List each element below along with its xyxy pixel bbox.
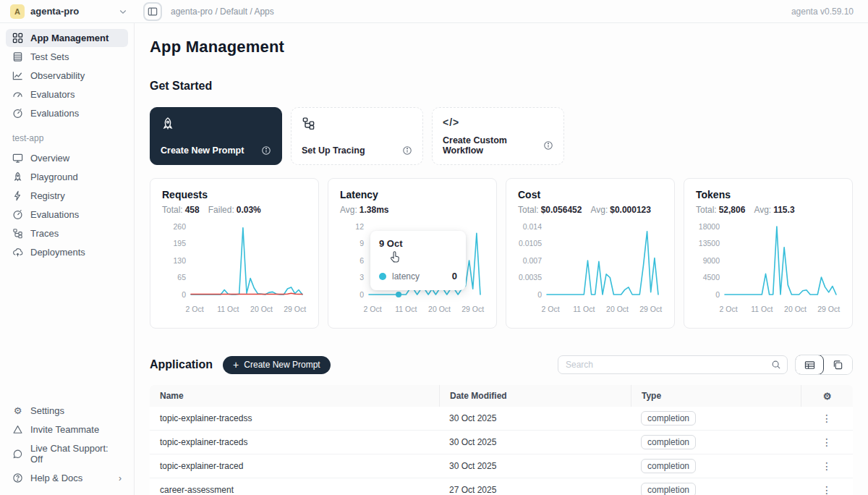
sidebar-item-observability[interactable]: Observability [6, 67, 128, 85]
chart-stats: Avg:1.38ms [340, 205, 485, 215]
info-icon[interactable] [402, 145, 412, 156]
sidebar-item-settings[interactable]: ⚙ Settings [6, 402, 128, 420]
sidebar-item-label: Deployments [30, 247, 85, 258]
svg-text:6: 6 [359, 256, 364, 265]
svg-text:0.0105: 0.0105 [519, 239, 542, 248]
applications-table: Name Date Modified Type ⚙ topic-explaine… [150, 385, 853, 495]
sidebar-toggle-button[interactable] [143, 2, 162, 21]
chart-title: Requests [162, 189, 307, 200]
table-row[interactable]: career-assessment 27 Oct 2025 completion… [150, 478, 853, 495]
sidebar-item-label: Invite Teammate [30, 424, 99, 435]
svg-text:130: 130 [173, 256, 186, 265]
table-view-button[interactable] [795, 355, 824, 375]
row-menu-button[interactable]: ⋮ [816, 458, 838, 474]
info-icon[interactable] [261, 145, 271, 156]
org-name: agenta-pro [30, 6, 79, 17]
svg-text:18000: 18000 [699, 222, 720, 231]
svg-text:20 Oct: 20 Oct [428, 305, 451, 313]
chart-tooltip: 9 Oct latency 0 [370, 231, 466, 290]
application-heading: Application [150, 358, 213, 371]
card-label: Create New Prompt [161, 145, 244, 156]
sidebar-item-label: Evaluations [30, 209, 79, 220]
breadcrumb[interactable]: agenta-pro / Default / Apps [171, 7, 274, 17]
row-menu-button[interactable]: ⋮ [816, 410, 838, 426]
svg-text:0.007: 0.007 [523, 256, 542, 265]
create-custom-workflow-card[interactable]: </> Create Custom Workflow [432, 107, 564, 165]
sidebar-item-app-management[interactable]: App Management [6, 29, 128, 47]
card-view-icon [833, 360, 843, 371]
type-badge: completion [641, 483, 696, 495]
requests-line-chart[interactable]: 2601951306502 Oct11 Oct20 Oct29 Oct [162, 222, 307, 315]
cost-line-chart[interactable]: 0.0140.01050.0070.003502 Oct11 Oct20 Oct… [518, 222, 663, 315]
chart-stats: Total:52,806 Avg:115.3 [696, 205, 841, 215]
org-avatar: A [10, 4, 25, 19]
sidebar-item-invite-teammate[interactable]: Invite Teammate [6, 420, 128, 439]
row-menu-button[interactable]: ⋮ [816, 434, 838, 450]
search-box [558, 355, 788, 374]
svg-text:0: 0 [359, 290, 364, 299]
lightning-icon [12, 190, 23, 201]
tooltip-series-name: latency [392, 271, 420, 282]
chart-title: Latency [340, 189, 485, 200]
chart-title: Cost [518, 189, 663, 200]
sidebar-item-traces[interactable]: Traces [6, 224, 128, 242]
sidebar-item-label: Test Sets [30, 51, 69, 62]
set-up-tracing-card[interactable]: Set Up Tracing [291, 107, 423, 165]
cloud-icon [12, 247, 23, 258]
sidebar-item-overview[interactable]: Overview [6, 149, 128, 167]
sidebar-item-label: Playground [30, 172, 78, 182]
svg-text:65: 65 [177, 273, 186, 282]
app-name: career-assessment [150, 485, 439, 495]
sidebar-item-evaluators[interactable]: Evaluators [6, 85, 128, 103]
search-icon[interactable] [771, 360, 781, 370]
table-view-icon [804, 360, 815, 371]
sidebar-item-deployments[interactable]: Deployments [6, 243, 128, 261]
sidebar-item-registry[interactable]: Registry [6, 187, 128, 205]
sidebar-item-evaluations-app[interactable]: Evaluations [6, 206, 128, 224]
sidebar-item-live-chat[interactable]: Live Chat Support: Off [6, 439, 128, 468]
search-input[interactable] [566, 360, 771, 370]
svg-text:0: 0 [715, 290, 720, 299]
chevron-down-icon [119, 7, 127, 16]
gauge-icon [12, 89, 23, 100]
svg-text:29 Oct: 29 Oct [639, 305, 662, 313]
svg-text:20 Oct: 20 Oct [250, 305, 273, 313]
invite-icon [12, 424, 23, 435]
code-icon: </> [443, 117, 553, 128]
type-badge: completion [641, 435, 696, 449]
sidebar-item-label: Help & Docs [30, 473, 82, 483]
org-selector[interactable]: A agenta-pro [0, 4, 135, 19]
tokens-line-chart[interactable]: 18000135009000450002 Oct11 Oct20 Oct29 O… [696, 222, 841, 315]
type-badge: completion [641, 459, 696, 473]
create-new-prompt-button[interactable]: + Create New Prompt [223, 356, 331, 374]
sidebar-item-label: Observability [30, 70, 85, 81]
row-menu-button[interactable]: ⋮ [816, 482, 838, 495]
sidebar-item-label: Evaluations [30, 108, 79, 119]
main-content: App Management Get Started Create New Pr… [135, 23, 868, 495]
gear-icon: ⚙ [12, 405, 23, 416]
svg-text:0.014: 0.014 [523, 222, 542, 231]
svg-text:13500: 13500 [699, 239, 720, 248]
table-settings-button[interactable]: ⚙ [801, 385, 853, 407]
app-date-modified: 30 Oct 2025 [439, 437, 631, 447]
tooltip-series-value: 0 [452, 271, 457, 282]
dial-icon [12, 209, 23, 220]
cursor-pointer-icon [388, 250, 402, 264]
table-row[interactable]: topic-explainer-traced 30 Oct 2025 compl… [150, 454, 853, 478]
sidebar-item-evaluations[interactable]: Evaluations [6, 104, 128, 122]
info-icon[interactable] [543, 140, 553, 151]
rocket-icon [12, 172, 23, 182]
create-new-prompt-card[interactable]: Create New Prompt [150, 107, 282, 165]
table-row[interactable]: topic-explainer-traceds 30 Oct 2025 comp… [150, 431, 853, 454]
svg-text:0: 0 [182, 290, 186, 299]
sidebar-item-test-sets[interactable]: Test Sets [6, 48, 128, 66]
app-name: topic-explainer-tracedss [150, 413, 439, 423]
card-view-button[interactable] [823, 355, 852, 374]
table-row[interactable]: topic-explainer-tracedss 30 Oct 2025 com… [150, 407, 853, 431]
sidebar-item-playground[interactable]: Playground [6, 168, 128, 186]
chevron-right-icon: › [119, 473, 122, 483]
help-icon [12, 473, 23, 483]
svg-text:2 Oct: 2 Oct [364, 305, 382, 313]
sidebar-item-help-docs[interactable]: Help & Docs › [6, 469, 128, 487]
svg-text:20 Oct: 20 Oct [606, 305, 629, 313]
